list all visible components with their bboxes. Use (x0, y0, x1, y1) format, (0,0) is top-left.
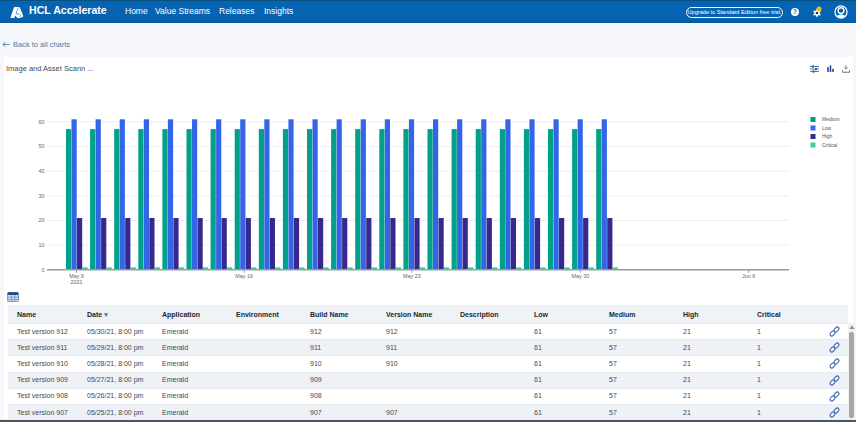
svg-text:Critical: Critical (822, 142, 837, 148)
svg-text:May 30: May 30 (571, 273, 589, 279)
svg-text:20: 20 (39, 217, 45, 223)
svg-text:2021: 2021 (71, 279, 83, 285)
svg-text:50: 50 (39, 143, 45, 149)
svg-text:30: 30 (39, 193, 45, 199)
svg-text:May 16: May 16 (235, 273, 253, 279)
svg-text:Jun 6: Jun 6 (742, 273, 755, 279)
svg-text:60: 60 (39, 119, 45, 125)
svg-text:40: 40 (39, 168, 45, 174)
svg-text:?: ? (793, 8, 797, 15)
svg-text:Medium: Medium (822, 116, 840, 122)
svg-text:High: High (822, 133, 833, 139)
svg-text:May 23: May 23 (403, 273, 421, 279)
svg-text:10: 10 (39, 242, 45, 248)
svg-text:Low: Low (822, 125, 832, 131)
svg-text:0: 0 (42, 267, 45, 273)
